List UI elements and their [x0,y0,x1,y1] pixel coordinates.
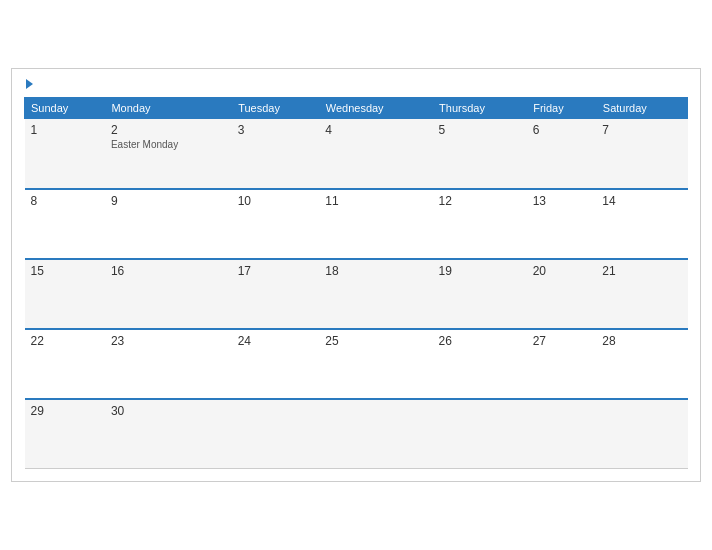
calendar-cell [527,399,597,469]
calendar-container: SundayMondayTuesdayWednesdayThursdayFrid… [11,68,701,482]
col-header-tuesday: Tuesday [232,98,320,119]
day-number: 3 [238,123,314,137]
calendar-cell: 20 [527,259,597,329]
day-number: 7 [602,123,681,137]
day-number: 16 [111,264,226,278]
calendar-cell: 1 [25,119,105,189]
day-number: 26 [439,334,521,348]
day-number: 22 [31,334,99,348]
week-row-4: 22232425262728 [25,329,688,399]
week-row-2: 891011121314 [25,189,688,259]
day-number: 10 [238,194,314,208]
calendar-cell: 6 [527,119,597,189]
calendar-cell: 17 [232,259,320,329]
calendar-grid: SundayMondayTuesdayWednesdayThursdayFrid… [24,97,688,469]
calendar-cell [319,399,432,469]
day-number: 24 [238,334,314,348]
calendar-cell: 25 [319,329,432,399]
calendar-cell [596,399,687,469]
day-number: 14 [602,194,681,208]
col-header-thursday: Thursday [433,98,527,119]
calendar-cell: 3 [232,119,320,189]
calendar-cell: 22 [25,329,105,399]
calendar-cell: 21 [596,259,687,329]
calendar-cell: 4 [319,119,432,189]
week-row-5: 2930 [25,399,688,469]
calendar-cell: 2Easter Monday [105,119,232,189]
day-number: 17 [238,264,314,278]
day-number: 12 [439,194,521,208]
calendar-header-row: SundayMondayTuesdayWednesdayThursdayFrid… [25,98,688,119]
day-number: 5 [439,123,521,137]
calendar-cell: 7 [596,119,687,189]
day-number: 8 [31,194,99,208]
calendar-cell: 23 [105,329,232,399]
day-number: 1 [31,123,99,137]
day-number: 21 [602,264,681,278]
holiday-label: Easter Monday [111,139,226,150]
calendar-cell: 5 [433,119,527,189]
col-header-monday: Monday [105,98,232,119]
col-header-friday: Friday [527,98,597,119]
calendar-cell: 11 [319,189,432,259]
calendar-header [24,79,688,89]
day-number: 2 [111,123,226,137]
calendar-cell: 29 [25,399,105,469]
day-number: 13 [533,194,591,208]
calendar-cell: 9 [105,189,232,259]
day-number: 30 [111,404,226,418]
logo-triangle-icon [26,79,33,89]
col-header-sunday: Sunday [25,98,105,119]
day-number: 29 [31,404,99,418]
day-number: 15 [31,264,99,278]
day-number: 23 [111,334,226,348]
day-number: 18 [325,264,426,278]
calendar-cell: 24 [232,329,320,399]
calendar-cell: 14 [596,189,687,259]
calendar-cell: 19 [433,259,527,329]
calendar-cell: 13 [527,189,597,259]
logo-blue-text [24,79,33,89]
col-header-saturday: Saturday [596,98,687,119]
day-number: 27 [533,334,591,348]
day-number: 19 [439,264,521,278]
day-number: 25 [325,334,426,348]
week-row-1: 12Easter Monday34567 [25,119,688,189]
day-number: 28 [602,334,681,348]
calendar-cell: 27 [527,329,597,399]
week-row-3: 15161718192021 [25,259,688,329]
day-number: 6 [533,123,591,137]
col-header-wednesday: Wednesday [319,98,432,119]
calendar-cell [433,399,527,469]
day-number: 4 [325,123,426,137]
calendar-cell [232,399,320,469]
calendar-cell: 26 [433,329,527,399]
calendar-cell: 16 [105,259,232,329]
calendar-cell: 15 [25,259,105,329]
logo [24,79,33,89]
calendar-cell: 10 [232,189,320,259]
calendar-cell: 28 [596,329,687,399]
day-number: 11 [325,194,426,208]
calendar-cell: 30 [105,399,232,469]
day-number: 20 [533,264,591,278]
day-number: 9 [111,194,226,208]
calendar-cell: 12 [433,189,527,259]
calendar-cell: 8 [25,189,105,259]
calendar-cell: 18 [319,259,432,329]
